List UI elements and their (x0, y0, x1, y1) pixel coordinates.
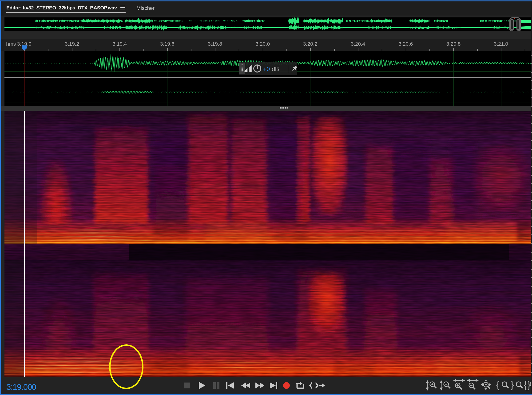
svg-text:}: } (510, 379, 514, 390)
svg-text:{: { (496, 379, 500, 390)
svg-text:{}: {} (524, 379, 531, 390)
